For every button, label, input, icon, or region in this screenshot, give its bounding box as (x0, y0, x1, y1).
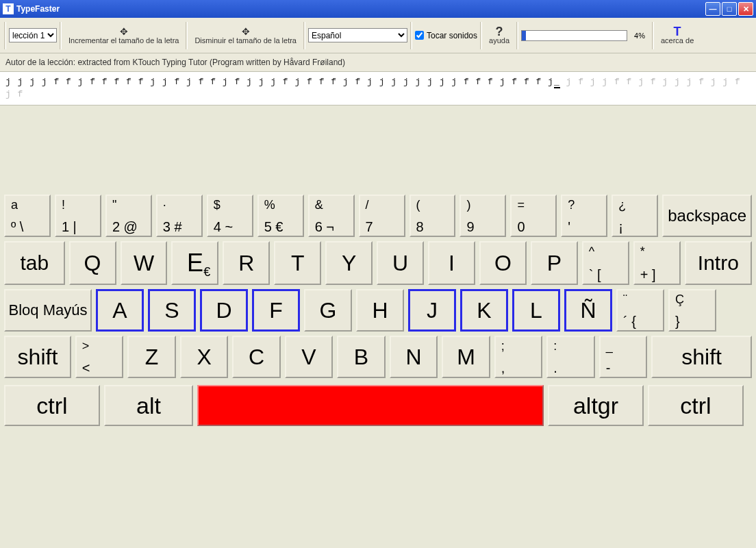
key-r2a-0[interactable]: ^` [ (582, 241, 629, 285)
key-tab[interactable]: tab (4, 241, 65, 285)
key-A[interactable]: A (96, 289, 144, 332)
key-shift-right[interactable]: shift (651, 336, 752, 378)
decrease-font-button[interactable]: ✥ Disminuir el tamaño de la letra (190, 20, 301, 51)
sounds-checkbox-input[interactable] (415, 31, 424, 40)
key-r3a-0[interactable]: ¨´ { (616, 289, 664, 332)
key-T[interactable]: T (274, 241, 321, 285)
key-K[interactable]: K (460, 289, 508, 332)
key-r1-3[interactable]: ·3 # (156, 195, 203, 237)
key-r1-0[interactable]: aº \ (4, 195, 51, 237)
arrows-out-icon: ✥ (120, 27, 128, 36)
key-W[interactable]: W (121, 241, 168, 285)
key-X[interactable]: X (180, 336, 228, 378)
key-r1-2[interactable]: "2 @ (105, 195, 152, 237)
logo-t-icon: T (674, 27, 681, 36)
key-V[interactable]: V (285, 336, 333, 378)
toolbar: lección 1 ✥ Incrementar el tamaño de la … (0, 18, 756, 53)
virtual-keyboard: aº \!1 |"2 @·3 #$4 ~%5 €&6 ¬/7(8)9=0?'¿¡… (0, 105, 756, 430)
help-button[interactable]: ? ayuda (485, 20, 514, 51)
key-B[interactable]: B (337, 336, 385, 378)
progress-percent: 4% (630, 32, 649, 40)
key-U[interactable]: U (377, 241, 424, 285)
key-r1-5[interactable]: %5 € (257, 195, 304, 237)
key-P[interactable]: P (531, 241, 578, 285)
key-ltgt[interactable]: >< (75, 336, 123, 378)
key-S[interactable]: S (148, 289, 196, 332)
lesson-author: Autor de la lección: extracted from KTou… (0, 53, 756, 72)
key-backspace[interactable]: backspace (662, 195, 752, 237)
key-H[interactable]: H (356, 289, 404, 332)
language-select[interactable]: Español (308, 28, 407, 42)
key-r1-1[interactable]: !1 | (55, 195, 101, 237)
typed-text: j j j j f f j f f f f f j j f j f f j f … (5, 77, 554, 87)
key-ctrl-left[interactable]: ctrl (4, 385, 100, 426)
key-D[interactable]: D (200, 289, 248, 332)
key-ctrl-right[interactable]: ctrl (648, 385, 744, 426)
key-r1-9[interactable]: )9 (459, 195, 506, 237)
key-N[interactable]: N (390, 336, 438, 378)
window-title: TypeFaster (16, 4, 705, 14)
key-r1-7[interactable]: /7 (359, 195, 405, 237)
key-C[interactable]: C (232, 336, 280, 378)
key-L[interactable]: L (512, 289, 560, 332)
close-button[interactable]: ✕ (738, 2, 753, 16)
key-r1-6[interactable]: &6 ¬ (308, 195, 355, 237)
lesson-select[interactable]: lección 1 (9, 28, 57, 42)
key-E[interactable]: E€ (171, 241, 218, 285)
key-altgr[interactable]: altgr (548, 385, 644, 426)
practice-area[interactable]: j j j j f f j f f f f f j j f j f f j f … (0, 72, 756, 105)
key-r4b-0[interactable]: ;, (494, 336, 542, 378)
key-R[interactable]: R (223, 241, 270, 285)
progress-bar (521, 30, 627, 41)
key-Z[interactable]: Z (127, 336, 175, 378)
key-r4b-2[interactable]: _- (599, 336, 647, 378)
key-r1-10[interactable]: =0 (510, 195, 557, 237)
key-intro[interactable]: Intro (685, 241, 752, 285)
maximize-button[interactable]: □ (722, 2, 737, 16)
key-r1-4[interactable]: $4 ~ (207, 195, 253, 237)
question-icon: ? (496, 27, 503, 36)
increase-font-button[interactable]: ✥ Incrementar el tamaño de la letra (64, 20, 183, 51)
key-r1-12[interactable]: ¿¡ (612, 195, 658, 237)
progress-fill (522, 31, 526, 40)
key-O[interactable]: O (479, 241, 527, 285)
key-capslock[interactable]: Bloq Mayús (4, 289, 92, 332)
key-M[interactable]: M (442, 336, 490, 378)
key-r4b-1[interactable]: :. (546, 336, 594, 378)
key-Y[interactable]: Y (325, 241, 373, 285)
key-I[interactable]: I (428, 241, 475, 285)
key-r2a-1[interactable]: *+ ] (633, 241, 681, 285)
key-space[interactable] (197, 385, 544, 426)
app-icon: T (3, 3, 14, 14)
about-button[interactable]: T acerca de (657, 20, 698, 51)
key-r1-11[interactable]: ?' (561, 195, 607, 237)
key-r1-8[interactable]: (8 (410, 195, 456, 237)
cursor: _ (554, 77, 560, 88)
key-J[interactable]: J (408, 289, 456, 332)
key-Q[interactable]: Q (69, 241, 116, 285)
key-G[interactable]: G (304, 289, 352, 332)
sounds-checkbox[interactable]: Tocar sonidos (415, 31, 477, 40)
key-alt[interactable]: alt (104, 385, 193, 426)
minimize-button[interactable]: — (705, 2, 720, 16)
key-F[interactable]: F (252, 289, 300, 332)
arrows-in-icon: ✥ (242, 27, 250, 36)
titlebar: T TypeFaster — □ ✕ (0, 0, 756, 18)
key-Ñ[interactable]: Ñ (564, 289, 612, 332)
key-shift-left[interactable]: shift (4, 336, 71, 378)
key-r3a-1[interactable]: Ç} (668, 289, 716, 332)
